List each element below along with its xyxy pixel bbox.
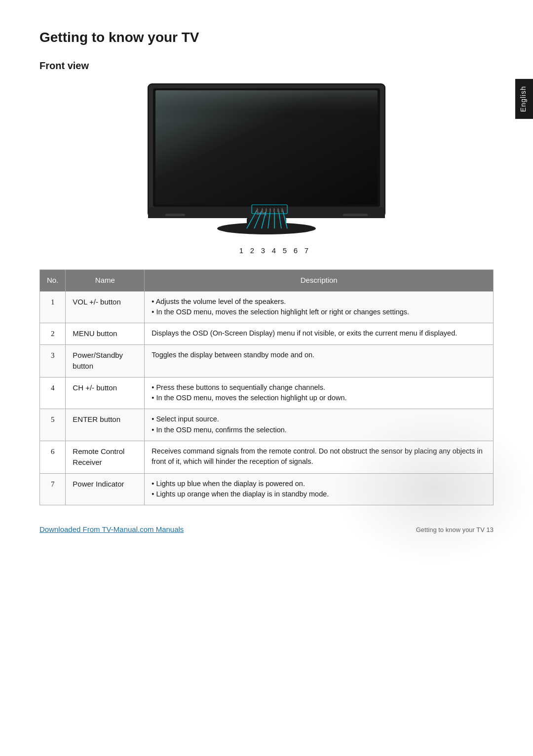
table-row: 7Power Indicator• Lights up blue when th… bbox=[40, 473, 494, 505]
table-row: 5ENTER button• Select input source.• In … bbox=[40, 409, 494, 441]
svg-rect-21 bbox=[273, 208, 275, 212]
label-5: 5 bbox=[279, 246, 290, 255]
label-3: 3 bbox=[258, 246, 268, 255]
svg-rect-7 bbox=[343, 214, 368, 216]
cell-description: • Lights up blue when the diaplay is pow… bbox=[145, 473, 494, 505]
table-row: 6Remote Control ReceiverReceives command… bbox=[40, 441, 494, 473]
page-title: Getting to know your TV bbox=[39, 30, 494, 45]
footer: Downloaded From TV-Manual.com Manuals Ge… bbox=[39, 525, 494, 533]
label-4: 4 bbox=[268, 246, 279, 255]
cell-no: 3 bbox=[40, 344, 66, 377]
cell-no: 6 bbox=[40, 441, 66, 473]
cell-description: • Select input source.• In the OSD menu,… bbox=[145, 409, 494, 441]
col-header-desc: Description bbox=[145, 270, 494, 292]
svg-rect-6 bbox=[165, 214, 185, 216]
svg-rect-3 bbox=[155, 90, 378, 150]
svg-rect-23 bbox=[281, 208, 283, 212]
footer-link[interactable]: Downloaded From TV-Manual.com Manuals bbox=[39, 525, 184, 533]
col-header-name: Name bbox=[66, 270, 145, 292]
cell-description: Receives command signals from the remote… bbox=[145, 441, 494, 473]
cell-name: Remote Control Receiver bbox=[66, 441, 145, 473]
cell-name: MENU button bbox=[66, 323, 145, 345]
label-6: 6 bbox=[290, 246, 301, 255]
col-header-no: No. bbox=[40, 270, 66, 292]
number-labels: 1 2 3 4 5 6 7 bbox=[39, 246, 494, 255]
cell-no: 5 bbox=[40, 409, 66, 441]
cell-name: Power/Standby button bbox=[66, 344, 145, 377]
cell-name: Power Indicator bbox=[66, 473, 145, 505]
table-row: 3Power/Standby buttonToggles the display… bbox=[40, 344, 494, 377]
page-container: English Getting to know your TV Front vi… bbox=[0, 0, 533, 563]
svg-rect-17 bbox=[257, 208, 258, 212]
svg-rect-20 bbox=[269, 208, 271, 212]
section-title: Front view bbox=[39, 60, 494, 72]
table-row: 4CH +/- button• Press these buttons to s… bbox=[40, 377, 494, 409]
cell-description: • Adjusts the volume level of the speake… bbox=[145, 291, 494, 323]
cell-no: 1 bbox=[40, 291, 66, 323]
cell-no: 4 bbox=[40, 377, 66, 409]
label-7: 7 bbox=[301, 246, 312, 255]
side-tab: English bbox=[515, 79, 533, 119]
tv-wrapper: benq bbox=[138, 81, 395, 241]
cell-description: Displays the OSD (On-Screen Display) men… bbox=[145, 323, 494, 345]
cell-name: CH +/- button bbox=[66, 377, 145, 409]
cell-no: 2 bbox=[40, 323, 66, 345]
table-row: 1VOL +/- button• Adjusts the volume leve… bbox=[40, 291, 494, 323]
svg-rect-22 bbox=[277, 208, 279, 212]
footer-page-info: Getting to know your TV 13 bbox=[416, 526, 494, 533]
table-header-row: No. Name Description bbox=[40, 270, 494, 292]
cell-description: Toggles the display between standby mode… bbox=[145, 344, 494, 377]
info-table: No. Name Description 1VOL +/- button• Ad… bbox=[39, 269, 494, 505]
label-1: 1 bbox=[236, 246, 247, 255]
label-2: 2 bbox=[247, 246, 258, 255]
cell-name: ENTER button bbox=[66, 409, 145, 441]
tv-image: benq bbox=[39, 81, 494, 241]
svg-point-9 bbox=[217, 223, 316, 234]
svg-rect-18 bbox=[262, 208, 263, 212]
svg-rect-19 bbox=[266, 208, 267, 212]
tv-svg: benq bbox=[138, 81, 395, 239]
cell-no: 7 bbox=[40, 473, 66, 505]
cell-description: • Press these buttons to sequentially ch… bbox=[145, 377, 494, 409]
cell-name: VOL +/- button bbox=[66, 291, 145, 323]
table-row: 2MENU buttonDisplays the OSD (On-Screen … bbox=[40, 323, 494, 345]
